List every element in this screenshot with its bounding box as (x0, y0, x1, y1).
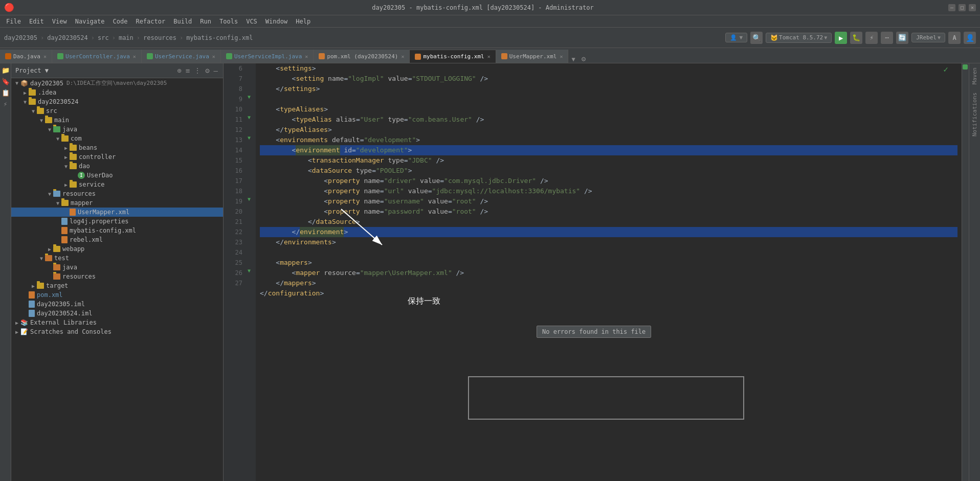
tab-close-icon[interactable]: ✕ (305, 54, 308, 59)
mapper-file-icon (501, 53, 507, 59)
fold-arrow[interactable]: ▼ (248, 268, 251, 273)
jrebel-btn[interactable]: JRebel ▼ (911, 33, 945, 42)
tab-close-icon[interactable]: ✕ (212, 54, 215, 59)
tab-usercontroller[interactable]: UserController.java ✕ (52, 50, 142, 63)
tomcat-btn[interactable]: 🐱 Tomcat 8.5.72 ▼ (766, 33, 832, 43)
tree-log4j[interactable]: log4j.properties (11, 217, 223, 226)
update-btn[interactable]: 🔄 (896, 32, 908, 44)
tree-iml1[interactable]: day202305.iml (11, 300, 223, 309)
tree-src[interactable]: ▼ src (11, 106, 223, 116)
tree-test-resources[interactable]: resources (11, 272, 223, 281)
breadcrumb-main[interactable]: main (119, 34, 133, 41)
tab-dao[interactable]: Dao.java ✕ (0, 50, 52, 63)
menu-refactor[interactable]: Refactor (131, 17, 169, 26)
fold-arrow[interactable]: ▼ (248, 114, 251, 120)
expand-arrow: ▼ (46, 190, 53, 197)
tree-resources[interactable]: ▼ resources (11, 189, 223, 198)
maven-tab[interactable]: Maven (969, 63, 980, 88)
menu-vcs[interactable]: VCS (242, 17, 261, 26)
sidebar-options-btn[interactable]: ⋮ (193, 65, 202, 76)
jrebel-side-icon[interactable]: ⚡ (1, 99, 10, 108)
breadcrumb-resources[interactable]: resources (143, 34, 176, 41)
fold-arrow[interactable]: ▼ (248, 135, 251, 141)
tree-usermapper[interactable]: UserMapper.xml (11, 208, 223, 217)
tree-mybatis-config[interactable]: mybatis-config.xml (11, 226, 223, 235)
menu-window[interactable]: Window (261, 17, 292, 26)
tab-close-icon[interactable]: ✕ (560, 54, 563, 59)
menu-view[interactable]: View (48, 17, 71, 26)
bookmarks-icon[interactable]: 🔖 (1, 77, 10, 86)
menu-build[interactable]: Build (169, 17, 196, 26)
editor-area[interactable]: 6 7 8 9 10 11 12 13 14 15 16 17 18 19 20… (224, 63, 969, 481)
tab-settings-btn[interactable]: ⚙ (578, 55, 589, 63)
breadcrumb-file[interactable]: mybatis-config.xml (186, 34, 253, 41)
tree-scratches[interactable]: ▶ 📝 Scratches and Consoles (11, 327, 223, 336)
structure-icon[interactable]: 📋 (1, 88, 10, 97)
tab-mybatis-config[interactable]: mybatis-config.xml ✕ (410, 50, 496, 63)
tree-day202305[interactable]: ▼ 📦 day202305 D:\IDEA工作空间\maven\day20230… (11, 78, 223, 88)
sidebar-locate-btn[interactable]: ⊕ (176, 65, 182, 76)
breadcrumb-src[interactable]: src (98, 34, 109, 41)
maximize-btn[interactable]: □ (959, 4, 966, 11)
menu-navigate[interactable]: Navigate (71, 17, 109, 26)
close-btn[interactable]: ✕ (969, 4, 976, 11)
tab-close-icon[interactable]: ✕ (43, 54, 47, 59)
tree-ext-libs[interactable]: ▶ 📚 External Libraries (11, 318, 223, 327)
tab-close-icon[interactable]: ✕ (487, 54, 491, 59)
debug-btn[interactable]: 🐛 (850, 32, 862, 44)
line-num: 18 (224, 186, 242, 196)
tree-service[interactable]: ▶ service (11, 180, 223, 189)
vcs-btn[interactable]: 👤 ▼ (725, 33, 747, 42)
menu-file[interactable]: File (2, 17, 25, 26)
tree-main[interactable]: ▼ main (11, 116, 223, 125)
menu-tools[interactable]: Tools (215, 17, 242, 26)
fold-arrow[interactable]: ▼ (248, 196, 251, 202)
tree-beans[interactable]: ▶ beans (11, 143, 223, 152)
search-everywhere-btn[interactable]: 🔍 (750, 32, 763, 44)
sidebar-expand-btn[interactable]: ≡ (185, 65, 191, 76)
profile-btn[interactable]: 👤 (964, 32, 976, 44)
tree-day20230524[interactable]: ▼ day20230524 (11, 97, 223, 106)
fold-arrow[interactable]: ▼ (248, 94, 251, 100)
tree-test[interactable]: ▼ test (11, 254, 223, 263)
tree-target[interactable]: ▶ target (11, 281, 223, 290)
breadcrumb-root[interactable]: day202305 (4, 34, 37, 41)
minimize-btn[interactable]: — (948, 4, 955, 11)
sidebar-close-btn[interactable]: — (213, 65, 219, 76)
tree-test-java[interactable]: java (11, 263, 223, 272)
more-btn[interactable]: ⋯ (881, 32, 893, 44)
tab-userservice[interactable]: UserService.java ✕ (142, 50, 221, 63)
tab-usermapper[interactable]: UserMapper.xml ✕ (496, 50, 569, 63)
tree-userdao[interactable]: I UserDao (11, 171, 223, 180)
tree-rebel[interactable]: rebel.xml (11, 235, 223, 244)
tree-iml2[interactable]: day20230524.iml (11, 309, 223, 318)
tree-com[interactable]: ▼ com (11, 134, 223, 143)
menu-edit[interactable]: Edit (25, 17, 48, 26)
mybatis-file-icon (415, 54, 421, 60)
tree-dao[interactable]: ▼ dao (11, 162, 223, 171)
tab-close-icon[interactable]: ✕ (401, 54, 404, 59)
tab-overflow-btn[interactable]: ▼ (568, 56, 578, 63)
project-view-icon[interactable]: 📁 (1, 65, 10, 75)
tab-userserviceimpl[interactable]: UserServiceImpl.java ✕ (221, 50, 314, 63)
tree-mapper[interactable]: ▼ mapper (11, 198, 223, 208)
tree-java[interactable]: ▼ java (11, 125, 223, 134)
tree-pom[interactable]: pom.xml (11, 290, 223, 300)
menu-run[interactable]: Run (196, 17, 215, 26)
notifications-tab[interactable]: Notifications (969, 88, 980, 141)
translate-btn[interactable]: A (948, 32, 961, 44)
tree-webapp[interactable]: ▶ webapp (11, 244, 223, 254)
sidebar-settings-btn[interactable]: ⚙ (204, 65, 210, 76)
code-editor[interactable]: <settings> <setting name="logImpl" value… (256, 63, 962, 481)
menu-help[interactable]: Help (292, 17, 315, 26)
tab-close-icon[interactable]: ✕ (133, 54, 136, 59)
run-btn[interactable]: ▶ (835, 32, 847, 44)
menu-code[interactable]: Code (109, 17, 132, 26)
tree-idea[interactable]: ▶ .idea (11, 88, 223, 97)
tab-pom[interactable]: pom.xml (day20230524) ✕ (314, 50, 410, 63)
coverage-btn[interactable]: ⚡ (865, 32, 878, 44)
tree-controller[interactable]: ▶ controller (11, 152, 223, 162)
breadcrumb-day[interactable]: day20230524 (47, 34, 87, 41)
tree-label: resources (62, 273, 96, 280)
tree-label: src (46, 107, 57, 114)
